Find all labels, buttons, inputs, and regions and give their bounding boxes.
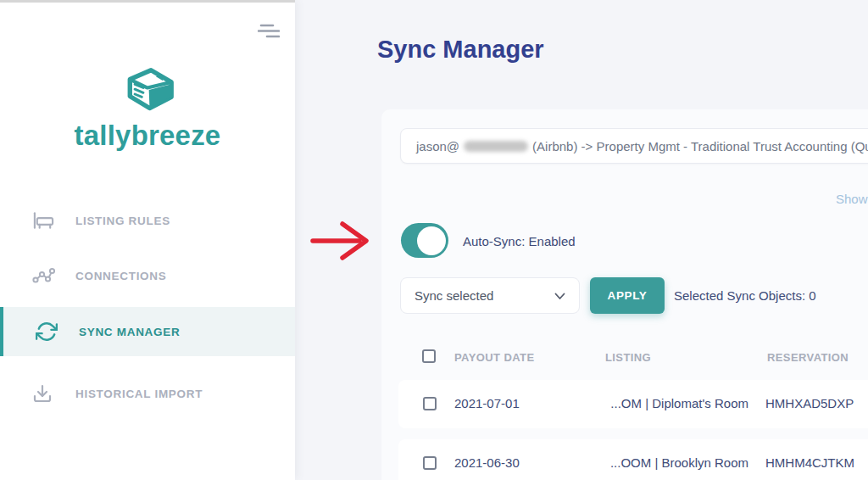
sidebar-item-historical-import[interactable]: HISTORICAL IMPORT [0, 369, 295, 418]
sidebar-item-label: HISTORICAL IMPORT [75, 388, 203, 400]
cell-reservation: HMHM4CJTKM [765, 455, 854, 470]
sidebar-item-connections[interactable]: CONNECTIONS [0, 251, 295, 300]
row-checkbox[interactable] [423, 456, 437, 470]
column-header-listing: LISTING [605, 351, 651, 364]
column-header-payout-date: PAYOUT DATE [454, 351, 534, 364]
sidebar-item-sync-manager[interactable]: SYNC MANAGER [0, 307, 295, 356]
cell-payout-date: 2021-06-30 [454, 455, 520, 470]
red-arrow-annotation-icon [310, 221, 373, 264]
page-title: Sync Manager [377, 36, 544, 64]
sidebar-item-listing-rules[interactable]: LISTING RULES [0, 196, 295, 245]
sidebar-item-label: CONNECTIONS [75, 270, 166, 282]
connections-icon [32, 265, 55, 287]
logo-text: tallybreeze [0, 120, 295, 152]
tallybreeze-logo-icon [111, 103, 184, 117]
app-root: tallybreeze LISTING RULES [0, 0, 868, 480]
connection-select[interactable]: jason@ (Airbnb) -> Property Mgmt - Tradi… [400, 128, 868, 164]
sync-action-select-value: Sync selected [415, 288, 493, 303]
table-row: 2021-06-30 ...OOM | Brooklyn Room HMHM4C… [398, 439, 868, 480]
column-header-reservation: RESERVATION [767, 351, 849, 364]
apply-button[interactable]: APPLY [590, 277, 665, 314]
sync-action-select[interactable]: Sync selected [400, 277, 580, 314]
auto-sync-toggle[interactable] [401, 223, 448, 258]
cell-reservation: HMHXAD5DXP [765, 396, 854, 410]
toggle-knob [417, 226, 446, 255]
selected-sync-objects-count: Selected Sync Objects: 0 [674, 288, 816, 303]
sidebar: tallybreeze LISTING RULES [0, 0, 295, 480]
sync-icon [36, 321, 58, 343]
download-icon [32, 382, 55, 405]
select-all-checkbox[interactable] [422, 349, 436, 363]
auto-sync-label: Auto-Sync: Enabled [463, 234, 576, 248]
sidebar-item-label: LISTING RULES [75, 215, 170, 227]
cell-listing: ...OOM | Brooklyn Room [610, 455, 748, 470]
sidebar-item-label: SYNC MANAGER [79, 326, 180, 338]
connection-select-suffix: (Airbnb) -> Property Mgmt - Traditional … [532, 139, 868, 153]
row-checkbox[interactable] [423, 397, 437, 410]
bed-icon [32, 209, 55, 232]
cell-payout-date: 2021-07-01 [454, 396, 520, 410]
logo: tallybreeze [0, 65, 295, 152]
show-link[interactable]: Show [836, 192, 868, 206]
table-row: 2021-07-01 ...OM | Diplomat's Room HMHXA… [398, 380, 868, 428]
cell-listing: ...OM | Diplomat's Room [610, 396, 748, 410]
hamburger-icon[interactable] [256, 21, 281, 43]
chevron-down-icon [554, 288, 565, 303]
connection-select-prefix: jason@ [416, 139, 459, 153]
redacted-email-segment [464, 141, 528, 152]
